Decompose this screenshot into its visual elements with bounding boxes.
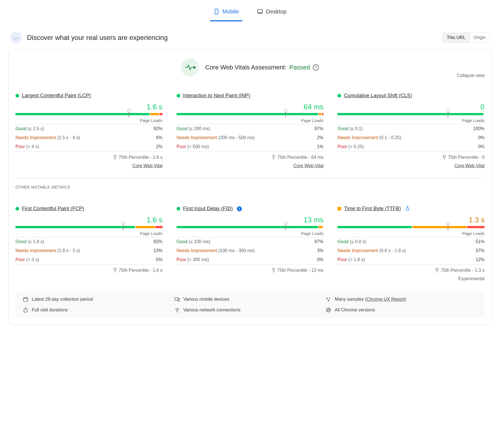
samples-icon [326,297,331,302]
percentile-marker [285,111,286,117]
metric-inp: Interaction to Next Paint (INP) 64 ms Pa… [177,93,324,168]
footer-samples: Many samples (Chrome UX Report) [326,297,477,302]
metric-value: 1.6 s [15,103,163,111]
core-web-vital-link[interactable]: Core Web Vital [15,163,163,168]
metric-lcp: Largest Contentful Paint (LCP) 1.6 s Pag… [15,93,163,168]
crux-report-link[interactable]: Chrome UX Report [366,297,405,302]
metric-name-link[interactable]: Cumulative Layout Shift (CLS) [344,93,412,99]
metric-name-link[interactable]: Interaction to Next Paint (INP) [183,93,250,99]
toggle-this-url[interactable]: This URL [443,33,470,42]
pin-icon [113,155,117,160]
svg-point-8 [272,155,275,157]
page-loads-label: Page Loads [177,118,324,123]
tab-mobile[interactable]: Mobile [210,3,242,21]
help-icon[interactable]: ? [313,64,319,71]
page-loads-label: Page Loads [15,231,163,236]
svg-point-9 [443,155,445,157]
percentile-row: 75th Percentile - 13 ms [177,268,324,273]
header-row: Discover what your real users are experi… [8,32,492,44]
percentile-marker [129,111,129,117]
percentile-row: 75th Percentile - 1.6 s [15,268,163,273]
distribution-bar [177,113,324,115]
distribution-table: Good (≤ 0.1)100% Needs Improvement (0.1 … [337,124,485,151]
percentile-marker [285,224,286,230]
tab-mobile-label: Mobile [222,8,239,15]
experimental-label: Experimental [337,276,485,281]
metric-value: 0 [337,103,485,111]
percentile-marker [448,111,448,117]
status-square-ni [337,207,341,211]
pin-icon [113,268,117,273]
metric-value: 1.3 s [337,216,485,224]
scope-toggle: This URL Origin [443,33,490,43]
status-dot-good [15,94,19,98]
crux-logo-icon [10,32,22,44]
flask-icon[interactable] [405,206,410,212]
pin-icon [272,268,276,273]
page-title: Discover what your real users are experi… [27,34,168,42]
distribution-table: Good (≤ 200 ms)97% Needs Improvement (20… [177,124,324,151]
collapse-view-link[interactable]: Collapse view [457,73,485,78]
vitals-card: Core Web Vitals Assessment: Passed ? Col… [8,49,492,325]
status-dot-good [337,94,341,98]
core-metrics-grid: Largest Contentful Paint (LCP) 1.6 s Pag… [15,93,485,168]
metric-fcp: First Contentful Paint (FCP) 1.6 s Page … [15,206,163,281]
svg-point-7 [114,155,116,157]
pin-icon [272,155,276,160]
metric-value: 1.6 s [15,216,163,224]
page-loads-label: Page Loads [15,118,163,123]
svg-rect-2 [258,10,263,13]
stopwatch-icon [23,307,28,313]
distribution-table: Good (≤ 2.5 s)92% Needs Improvement (2.5… [15,124,163,151]
header-left: Discover what your real users are experi… [10,32,168,44]
device-tabs: Mobile Desktop [8,3,492,22]
footer-collection: Latest 28-day collection period [23,297,174,302]
pin-icon [435,268,439,273]
svg-point-20 [177,312,177,312]
distribution-bar [337,113,485,115]
metric-name-link[interactable]: Time to First Byte (TTFB) [344,206,401,212]
svg-point-10 [114,268,116,270]
assessment-label: Core Web Vitals Assessment: [205,64,287,71]
info-icon[interactable]: i [237,206,242,211]
metric-fid: First Input Delay (FID) i 13 ms Page Loa… [177,206,324,281]
other-metrics-grid: First Contentful Paint (FCP) 1.6 s Page … [15,206,485,281]
distribution-bar [177,226,324,228]
other-metrics-heading: OTHER NOTABLE METRICS [15,185,485,189]
toggle-origin[interactable]: Origin [469,33,490,42]
tab-desktop[interactable]: Desktop [254,3,290,21]
footer-durations: Full visit durations [23,307,174,313]
svg-point-12 [436,268,438,270]
percentile-marker [448,224,448,230]
svg-point-6 [193,67,195,68]
percentile-row: 75th Percentile - 1.6 s [15,155,163,160]
metric-name-link[interactable]: First Contentful Paint (FCP) [22,206,84,212]
status-dot-good [15,207,19,211]
metric-value: 13 ms [177,216,324,224]
chrome-icon [326,307,331,313]
metric-name-link[interactable]: Largest Contentful Paint (LCP) [22,93,91,99]
svg-point-18 [328,300,329,301]
distribution-table: Good (≤ 0.8 s)51% Needs Improvement (0.8… [337,237,485,264]
wifi-icon [174,307,180,313]
percentile-marker [123,224,123,230]
assessment-status: Passed [289,64,310,71]
metric-cls: Cumulative Layout Shift (CLS) 0 Page Loa… [337,93,485,168]
distribution-bar [15,226,163,228]
percentile-row: 75th Percentile - 0 [337,155,485,160]
distribution-table: Good (≤ 1.8 s)82% Needs Improvement (1.8… [15,237,163,264]
svg-point-16 [326,298,328,299]
metric-name-link[interactable]: First Input Delay (FID) [183,206,233,212]
footer-network: Various network connections [174,307,326,313]
page-loads-label: Page Loads [177,231,324,236]
core-web-vital-link[interactable]: Core Web Vital [177,163,324,168]
distribution-bar [337,226,485,228]
desktop-icon [257,7,263,16]
pin-icon [442,155,446,160]
status-dot-good [177,207,180,211]
footer-versions: All Chrome versions [326,307,477,313]
core-web-vital-link[interactable]: Core Web Vital [337,163,485,168]
svg-point-1 [216,13,217,13]
svg-point-19 [24,309,27,312]
page-loads-label: Page Loads [337,231,485,236]
